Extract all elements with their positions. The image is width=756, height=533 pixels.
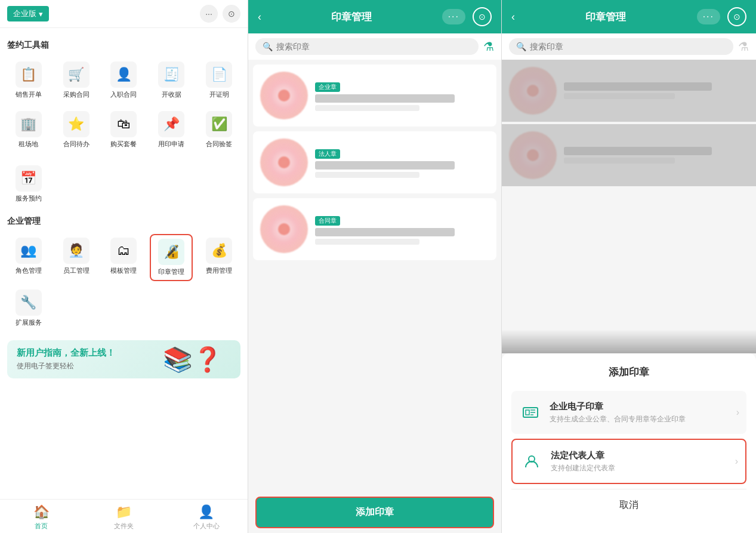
grid-item-sales[interactable]: 📋 销售开单: [7, 58, 50, 103]
template-label: 模板管理: [110, 266, 137, 275]
record-button[interactable]: ⊙: [223, 5, 240, 23]
banner[interactable]: 新用户指南，全新上线！ 使用电子签更轻松 📚❓: [7, 340, 240, 378]
grid-item-certificate[interactable]: 📄 开证明: [198, 58, 240, 103]
nav-item-home[interactable]: 🏠 首页: [0, 504, 82, 531]
grid-item-template[interactable]: 🗂 模板管理: [103, 234, 146, 281]
nav-item-folder[interactable]: 📁 文件夹: [82, 504, 165, 531]
role-label: 角色管理: [16, 266, 42, 275]
grid-item-package[interactable]: 🛍 购买套餐: [103, 107, 146, 152]
right-search-bar: 🔍 ⚗: [502, 33, 756, 60]
middle-back-icon[interactable]: ‹: [258, 11, 261, 23]
more-options-button[interactable]: ···: [200, 5, 218, 23]
employee-label: 员工管理: [63, 266, 90, 275]
receipt-label: 开收据: [162, 90, 181, 99]
enterprise-seal-icon: [519, 400, 542, 424]
grid-item-receipt[interactable]: 🧾 开收据: [150, 58, 193, 103]
stamp-card-1[interactable]: 企业章: [253, 64, 496, 127]
role-icon: 👥: [16, 238, 42, 264]
nav-item-profile[interactable]: 👤 个人中心: [165, 504, 248, 531]
enterprise-grid: 👥 角色管理 🧑‍💼 员工管理 🗂 模板管理 🔏 印章管理 💰 费用管理 🔧: [7, 234, 240, 331]
top-right-icons: ··· ⊙: [200, 5, 240, 23]
middle-stamp-list: 企业章 法人章 合同章: [248, 60, 501, 492]
right-back-icon[interactable]: ‹: [511, 11, 515, 23]
right-header-title: 印章管理: [522, 10, 690, 24]
middle-record-button[interactable]: ⊙: [473, 7, 492, 26]
purchase-icon: 🛒: [63, 61, 90, 88]
enterprise-seal-text: 企业电子印章 支持生成企业公章、合同专用章等企业印章: [550, 401, 729, 424]
service-icon: 📅: [16, 165, 42, 192]
todo-label: 合同待办: [63, 140, 90, 149]
home-icon: 🏠: [33, 504, 50, 520]
service-label: 服务预约: [16, 194, 42, 203]
grid-item-seal[interactable]: 🔏 印章管理: [150, 234, 193, 281]
grid-item-verify[interactable]: ✅ 合同验签: [198, 107, 240, 152]
onboard-label: 入职合同: [110, 90, 137, 99]
profile-label: 个人中心: [193, 522, 220, 531]
package-label: 购买套餐: [110, 140, 137, 149]
grid-item-purchase[interactable]: 🛒 采购合同: [55, 58, 98, 103]
stamp-tag-1: 企业章: [315, 82, 340, 92]
sales-label: 销售开单: [16, 90, 42, 99]
enterprise-seal-title: 企业电子印章: [550, 401, 729, 412]
grid-item-todo[interactable]: ⭐ 合同待办: [55, 107, 98, 152]
enterprise-btn-label: 企业版: [13, 8, 36, 19]
right-stamp-info-1: [564, 82, 749, 99]
employee-icon: 🧑‍💼: [63, 238, 90, 264]
right-stamp-list: [502, 60, 756, 353]
receipt-icon: 🧾: [158, 61, 184, 88]
left-content: 签约工具箱 📋 销售开单 🛒 采购合同 👤 入职合同 🧾 开收据 📄 开证明: [0, 28, 248, 499]
middle-search-input[interactable]: [276, 42, 471, 51]
stamp-name-3: [315, 228, 455, 236]
left-panel: 企业版 ▾ ··· ⊙ 签约工具箱 📋 销售开单 🛒 采购合同 👤 入职合同: [0, 0, 248, 533]
stamp-image-1: [260, 72, 308, 119]
left-top-bar: 企业版 ▾ ··· ⊙: [0, 0, 248, 28]
middle-more-button[interactable]: ···: [442, 9, 465, 24]
sheet-item-enterprise[interactable]: 企业电子印章 支持生成企业公章、合同专用章等企业印章 ›: [511, 391, 746, 434]
add-stamp-button[interactable]: 添加印章: [255, 497, 494, 528]
right-search-icon: 🔍: [516, 42, 526, 51]
right-stamp-image-2: [509, 131, 557, 179]
grid-item-onboard[interactable]: 👤 入职合同: [103, 58, 146, 103]
seal-apply-label: 用印申请: [158, 140, 184, 149]
enterprise-seal-arrow: ›: [736, 407, 739, 418]
stamp-name-2: [315, 161, 455, 170]
stamp-card-2[interactable]: 法人章: [253, 131, 496, 193]
stamp-image-3: [260, 205, 308, 253]
right-filter-icon[interactable]: ⚗: [738, 39, 749, 54]
banner-subtitle: 使用电子签更轻松: [17, 361, 115, 371]
seal-label: 印章管理: [158, 267, 184, 276]
grid-item-employee[interactable]: 🧑‍💼 员工管理: [55, 234, 98, 281]
chevron-down-icon: ▾: [39, 10, 43, 19]
grid-item-role[interactable]: 👥 角色管理: [7, 234, 50, 281]
stamp-card-3[interactable]: 合同章: [253, 198, 496, 260]
grid-item-service[interactable]: 📅 服务预约: [7, 162, 50, 207]
right-more-button[interactable]: ···: [697, 9, 720, 24]
grid-item-extend[interactable]: 🔧 扩展服务: [7, 286, 50, 331]
add-stamp-sheet: 添加印章 企业电子印章 支持生成企业公章、合同专用章等企业印章 ›: [502, 353, 756, 533]
seal-icon: 🔏: [158, 239, 184, 265]
bottom-nav: 🏠 首页 📁 文件夹 👤 个人中心: [0, 499, 248, 533]
grid-item-fee[interactable]: 💰 费用管理: [198, 234, 240, 281]
right-stamp-name-1: [564, 82, 712, 91]
legal-rep-desc: 支持创建法定代表章: [551, 463, 728, 473]
toolbox-grid: 📋 销售开单 🛒 采购合同 👤 入职合同 🧾 开收据 📄 开证明 🏢 租: [7, 58, 240, 152]
section1-title: 签约工具箱: [7, 40, 240, 51]
sheet-item-legal-rep[interactable]: 法定代表人章 支持创建法定代表章 ›: [511, 439, 746, 484]
right-stamp-card-1: [502, 60, 756, 122]
grid-item-seal-apply[interactable]: 📌 用印申请: [150, 107, 193, 152]
profile-icon: 👤: [198, 504, 214, 520]
fee-icon: 💰: [206, 238, 232, 264]
folder-label: 文件夹: [114, 522, 134, 531]
right-panel: ‹ 印章管理 ··· ⊙ 🔍 ⚗: [502, 0, 756, 533]
legal-rep-text: 法定代表人章 支持创建法定代表章: [551, 450, 728, 473]
middle-filter-icon[interactable]: ⚗: [483, 39, 494, 54]
right-stamp-desc-1: [564, 93, 675, 99]
legal-rep-icon: [520, 449, 544, 473]
middle-search-wrap: 🔍: [255, 38, 479, 55]
template-icon: 🗂: [110, 238, 137, 264]
cancel-button[interactable]: 取消: [511, 489, 746, 521]
right-record-button[interactable]: ⊙: [727, 7, 746, 26]
right-search-input[interactable]: [530, 42, 726, 51]
grid-item-rent[interactable]: 🏢 租场地: [7, 107, 50, 152]
enterprise-button[interactable]: 企业版 ▾: [7, 6, 49, 21]
